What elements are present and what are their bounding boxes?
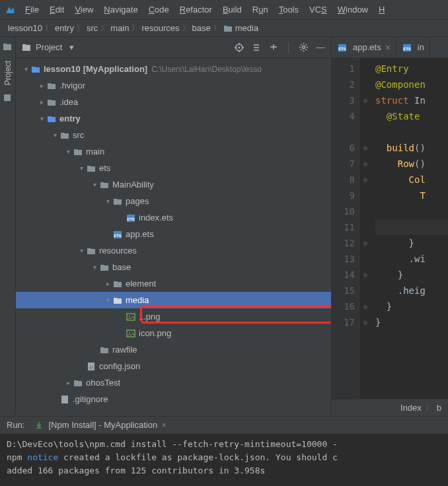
module-icon <box>30 64 41 75</box>
crumb-item[interactable]: main <box>110 23 129 33</box>
menu-tools[interactable]: Tools <box>274 2 304 17</box>
chevron-right-icon[interactable]: ▸ <box>63 379 73 386</box>
crumb-item[interactable]: base <box>192 23 211 33</box>
tree-label: ets <box>99 163 110 173</box>
tree-file-gitignore[interactable]: .gitignore <box>16 391 331 407</box>
menu-build[interactable]: Build <box>217 2 247 17</box>
project-tool-icon[interactable] <box>3 42 13 53</box>
menu-view[interactable]: View <box>69 2 98 17</box>
tree-label: entry <box>59 114 81 123</box>
run-tab[interactable]: [Npm Install] - MyApplication × <box>30 419 170 432</box>
menu-code[interactable]: Code <box>143 2 174 17</box>
tree-folder-pages[interactable]: ▾ pages <box>16 193 331 209</box>
tree-folder-ohostest[interactable]: ▸ ohosTest <box>16 374 331 391</box>
tree-folder-main[interactable]: ▾ main <box>16 143 331 160</box>
tree-module-entry[interactable]: ▾ entry <box>16 110 331 127</box>
tree-file-index-ets[interactable]: ETS index.ets <box>16 209 331 226</box>
project-tree[interactable]: ▾ lesson10 [MyApplication] C:\Users\LalH… <box>16 58 331 416</box>
tree-folder-element[interactable]: ▸ element <box>16 275 331 292</box>
crumb-item[interactable]: entry <box>55 23 74 33</box>
chevron-right-icon[interactable]: ▸ <box>103 280 112 287</box>
menu-navigate[interactable]: Navigate <box>98 2 143 17</box>
chevron-down-icon[interactable]: ▾ <box>77 247 86 254</box>
hide-icon[interactable]: — <box>315 42 326 53</box>
chevron-right-icon[interactable]: ▸ <box>37 98 46 106</box>
menu-file[interactable]: File <box>20 2 44 17</box>
image-file-icon <box>126 328 136 339</box>
chevron-down-icon[interactable]: ▾ <box>50 131 59 139</box>
expand-all-icon[interactable] <box>251 42 262 53</box>
chevron-down-icon[interactable]: ▾ <box>21 65 30 73</box>
project-tool-label[interactable]: Project <box>3 58 13 88</box>
code-content[interactable]: @Entry @Componen struct In @State build(… <box>371 58 448 399</box>
crumb-item[interactable]: src <box>87 23 98 33</box>
locate-icon[interactable] <box>234 42 244 53</box>
tree-folder-media[interactable]: ▾ media <box>16 292 331 308</box>
menu-vcs[interactable]: VCS <box>304 2 332 17</box>
chevron-down-icon[interactable]: ▾ <box>66 42 77 53</box>
folder-icon <box>59 130 70 141</box>
tree-label: pages <box>126 196 149 206</box>
gear-icon[interactable] <box>298 42 309 53</box>
folder-icon <box>46 97 57 108</box>
tree-label: element <box>126 279 156 289</box>
tree-folder-resources[interactable]: ▾ resources <box>16 242 331 259</box>
menu-window[interactable]: Window <box>332 2 373 17</box>
chevron-right-icon: 〉 <box>213 23 221 33</box>
code-editor[interactable]: 123467891011121314151617 ⊖⊖⊖⊖⊖⊖⊖⊖ @Entry… <box>332 58 448 399</box>
tree-folder-src[interactable]: ▾ src <box>16 127 331 143</box>
tree-label: base <box>112 262 131 272</box>
tree-file-config-json[interactable]: { } config.json <box>16 358 331 374</box>
console-line: D:\DevEco\tools\npm.cmd install --fetch-… <box>7 438 441 451</box>
project-view-icon[interactable] <box>21 42 32 53</box>
chevron-down-icon[interactable]: ▾ <box>37 115 46 122</box>
ets-file-icon: ETS <box>126 213 136 223</box>
tree-file-icon-png[interactable]: icon.png <box>16 325 331 341</box>
menu-edit[interactable]: Edit <box>44 2 69 17</box>
chevron-right-icon[interactable]: ▸ <box>37 82 46 89</box>
svg-text:ETS: ETS <box>114 234 122 238</box>
editor-breadcrumb-bar: Index 〉 b <box>332 399 448 416</box>
tree-folder-idea[interactable]: ▸ .idea <box>16 94 331 110</box>
crumb-item[interactable]: resources <box>141 23 179 33</box>
structure-tool-icon[interactable] <box>3 93 13 104</box>
tree-label: 1.png <box>139 312 161 322</box>
status-item[interactable]: b <box>437 403 441 413</box>
folder-icon <box>99 262 110 273</box>
tree-folder-base[interactable]: ▾ base <box>16 259 331 275</box>
chevron-down-icon[interactable]: ▾ <box>77 164 86 172</box>
crumb-item[interactable]: lesson10 <box>8 23 42 33</box>
menu-help[interactable]: H <box>373 2 390 17</box>
menu-run[interactable]: Run <box>247 2 274 17</box>
close-icon[interactable]: × <box>161 420 167 430</box>
chevron-down-icon[interactable]: ▾ <box>63 148 73 155</box>
run-console[interactable]: D:\DevEco\tools\npm.cmd install --fetch-… <box>0 434 448 486</box>
tree-folder-ets[interactable]: ▾ ets <box>16 160 331 176</box>
editor-tab-app-ets[interactable]: ETS app.ets × <box>332 37 396 57</box>
tree-project-root[interactable]: ▾ lesson10 [MyApplication] C:\Users\LalH… <box>16 61 331 77</box>
chevron-down-icon[interactable]: ▾ <box>90 263 99 271</box>
tree-label: lesson10 <box>44 64 81 74</box>
chevron-down-icon[interactable]: ▾ <box>103 296 112 304</box>
line-gutter: 123467891011121314151617 <box>332 58 359 399</box>
status-item[interactable]: Index <box>400 403 422 413</box>
tree-file-app-ets[interactable]: ETS app.ets <box>16 226 331 242</box>
collapse-all-icon[interactable] <box>268 42 279 53</box>
project-view-label[interactable]: Project <box>36 42 62 52</box>
tool-window-bar: Project <box>0 37 16 416</box>
crumb-item[interactable]: media <box>223 23 258 33</box>
tree-folder-rawfile[interactable]: rawfile <box>16 341 331 358</box>
menu-refactor[interactable]: Refactor <box>174 2 217 17</box>
chevron-down-icon[interactable]: ▾ <box>103 197 112 205</box>
fold-gutter[interactable]: ⊖⊖⊖⊖⊖⊖⊖⊖ <box>359 58 371 399</box>
svg-rect-14 <box>61 396 68 403</box>
tree-folder-mainability[interactable]: ▾ MainAbility <box>16 176 331 193</box>
close-icon[interactable]: × <box>385 42 391 53</box>
tree-label: MainAbility <box>112 180 154 190</box>
chevron-down-icon[interactable]: ▾ <box>90 181 99 188</box>
tree-file-1-png[interactable]: 1.png <box>16 308 331 325</box>
tree-folder-hvigor[interactable]: ▸ .hvigor <box>16 77 331 94</box>
svg-point-9 <box>129 316 130 317</box>
chevron-right-icon: 〉 <box>426 403 433 413</box>
editor-tab-index[interactable]: ETS in <box>396 37 430 57</box>
